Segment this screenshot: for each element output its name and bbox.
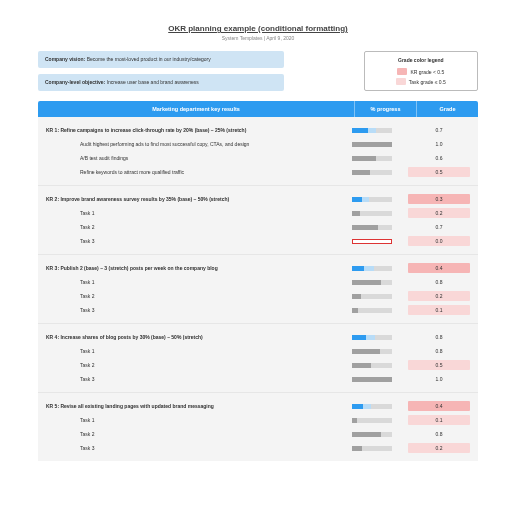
kr-block: KR 1: Refine campaigns to increase click…	[38, 117, 478, 185]
task-row: Task 10.1	[46, 413, 470, 427]
objective-label: Company-level objective:	[45, 79, 105, 85]
kr-progress-bar	[352, 266, 392, 271]
task-grade: 0.6	[408, 153, 470, 163]
task-progress-cell	[346, 225, 408, 230]
task-progress-cell	[346, 418, 408, 423]
task-progress-cell	[346, 156, 408, 161]
task-label: Task 2	[46, 224, 346, 231]
task-label: Task 1	[46, 417, 346, 424]
kr-label: KR 4: Increase shares of blog posts by 3…	[46, 334, 346, 341]
task-progress-bar	[352, 377, 392, 382]
task-progress-cell	[346, 446, 408, 451]
kr-row: KR 2: Improve brand awareness survey res…	[46, 192, 470, 206]
task-label: Task 2	[46, 431, 346, 438]
task-progress-bar	[352, 349, 392, 354]
task-row: Task 10.2	[46, 206, 470, 220]
task-progress-bar	[352, 308, 392, 313]
task-progress-bar	[352, 280, 392, 285]
task-progress-cell	[346, 349, 408, 354]
task-row: Task 20.7	[46, 220, 470, 234]
page-header: OKR planning example (conditional format…	[38, 24, 478, 41]
vision-label: Company vision:	[45, 56, 85, 62]
task-grade: 0.1	[408, 305, 470, 315]
task-row: Task 20.2	[46, 289, 470, 303]
task-progress-cell	[346, 308, 408, 313]
col-header-progress: % progress	[354, 101, 416, 117]
task-row: Audit highest performing ads to find mos…	[46, 137, 470, 151]
task-progress-cell	[346, 377, 408, 382]
task-grade: 0.8	[408, 346, 470, 356]
kr-label: KR 2: Improve brand awareness survey res…	[46, 196, 346, 203]
task-row: Task 10.8	[46, 344, 470, 358]
task-label: Task 3	[46, 445, 346, 452]
kr-progress-cell	[346, 197, 408, 202]
task-progress-bar	[352, 418, 392, 423]
kr-progress-cell	[346, 404, 408, 409]
task-row: Task 20.5	[46, 358, 470, 372]
task-progress-bar	[352, 446, 392, 451]
kr-row: KR 1: Refine campaigns to increase click…	[46, 123, 470, 137]
kr-grade: 0.4	[408, 263, 470, 273]
task-progress-bar	[352, 294, 392, 299]
kr-row: KR 3: Publish 2 (base) – 3 (stretch) pos…	[46, 261, 470, 275]
task-label: Task 1	[46, 210, 346, 217]
kr-block: KR 3: Publish 2 (base) – 3 (stretch) pos…	[38, 254, 478, 323]
task-grade: 0.8	[408, 277, 470, 287]
task-progress-cell	[346, 432, 408, 437]
task-row: Refine keywords to attract more qualifie…	[46, 165, 470, 179]
kr-block: KR 2: Improve brand awareness survey res…	[38, 185, 478, 254]
task-label: Refine keywords to attract more qualifie…	[46, 169, 346, 176]
task-grade: 0.2	[408, 208, 470, 218]
objective-text: Increase user base and brand awareness	[107, 79, 199, 85]
kr-progress-cell	[346, 335, 408, 340]
task-label: Audit highest performing ads to find mos…	[46, 141, 346, 148]
task-label: Task 1	[46, 279, 346, 286]
legend-box: Grade color legend KR grade < 0.5 Task g…	[364, 51, 478, 91]
task-progress-bar	[352, 363, 392, 368]
legend-kr-row: KR grade < 0.5	[397, 68, 444, 75]
kr-progress-cell	[346, 128, 408, 133]
task-label: Task 2	[46, 362, 346, 369]
task-progress-bar-error	[352, 239, 392, 244]
kr-block: KR 5: Revise all existing landing pages …	[38, 392, 478, 461]
legend-swatch-task	[396, 78, 406, 85]
task-progress-bar	[352, 170, 392, 175]
task-progress-cell	[346, 294, 408, 299]
kr-label: KR 5: Revise all existing landing pages …	[46, 403, 346, 410]
legend-task-text: Task grade ≤ 0.5	[409, 79, 446, 85]
kr-progress-bar	[352, 128, 392, 133]
legend-kr-text: KR grade < 0.5	[410, 69, 444, 75]
legend-title: Grade color legend	[398, 57, 444, 63]
kr-block: KR 4: Increase shares of blog posts by 3…	[38, 323, 478, 392]
task-progress-bar	[352, 142, 392, 147]
page-title: OKR planning example (conditional format…	[38, 24, 478, 33]
objective-box: Company-level objective: Increase user b…	[38, 74, 284, 91]
col-header-kr: Marketing department key results	[38, 101, 354, 117]
task-grade: 0.5	[408, 360, 470, 370]
legend-swatch-kr	[397, 68, 407, 75]
task-grade: 1.0	[408, 374, 470, 384]
task-grade: 0.7	[408, 222, 470, 232]
page-subtitle: System Templates | April 9, 2020	[38, 35, 478, 41]
task-label: A/B test audit findings	[46, 155, 346, 162]
task-row: Task 20.8	[46, 427, 470, 441]
task-label: Task 3	[46, 376, 346, 383]
task-row: Task 10.8	[46, 275, 470, 289]
kr-row: KR 5: Revise all existing landing pages …	[46, 399, 470, 413]
kr-progress-bar	[352, 404, 392, 409]
task-progress-cell	[346, 280, 408, 285]
task-row: Task 31.0	[46, 372, 470, 386]
task-progress-cell	[346, 142, 408, 147]
task-progress-cell	[346, 363, 408, 368]
kr-grade: 0.4	[408, 401, 470, 411]
task-progress-bar	[352, 211, 392, 216]
vision-text: Become the most-loved product in our ind…	[87, 56, 211, 62]
task-progress-bar	[352, 225, 392, 230]
task-grade: 0.8	[408, 429, 470, 439]
kr-label: KR 3: Publish 2 (base) – 3 (stretch) pos…	[46, 265, 346, 272]
task-label: Task 3	[46, 238, 346, 245]
task-grade: 0.2	[408, 443, 470, 453]
kr-row: KR 4: Increase shares of blog posts by 3…	[46, 330, 470, 344]
col-header-grade: Grade	[416, 101, 478, 117]
table-header: Marketing department key results % progr…	[38, 101, 478, 117]
